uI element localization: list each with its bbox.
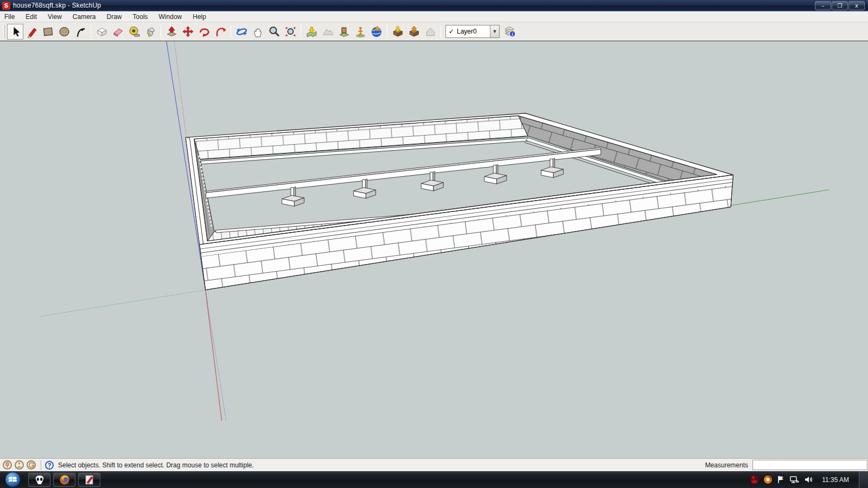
circle-icon (58, 25, 71, 38)
paint-bucket-icon (144, 25, 157, 38)
eraser-tool-button[interactable] (110, 24, 126, 40)
menu-file[interactable]: File (0, 12, 20, 22)
component-box-icon (95, 25, 108, 38)
sketchup-app-icon: S (2, 2, 10, 10)
terrain-icon (321, 25, 335, 38)
chevron-down-icon[interactable]: ▼ (490, 25, 499, 37)
geolocation-icon[interactable] (3, 460, 12, 470)
photo-textures-button[interactable] (336, 24, 352, 40)
start-button[interactable] (5, 472, 21, 487)
layer-manager-button[interactable]: i (502, 24, 518, 40)
measurements-input[interactable] (752, 460, 867, 470)
media-player-icon (34, 474, 46, 486)
close-button[interactable]: x (848, 1, 865, 10)
paint-bucket-tool-button[interactable] (142, 24, 158, 40)
taskbar-app-media-player[interactable] (28, 473, 50, 487)
layer-dropdown[interactable]: ✓ Layer0 ▼ (445, 25, 500, 38)
pan-hand-icon (251, 25, 265, 38)
taskbar: 11:35 AM (0, 471, 868, 488)
taskbar-app-sketchup[interactable] (78, 473, 100, 487)
menu-help[interactable]: Help (187, 12, 212, 22)
windows-flag-icon (8, 475, 17, 484)
pencil-icon (25, 25, 39, 38)
google-earth-globe-icon (370, 25, 384, 38)
status-bar: ? Select objects. Shift to extend select… (0, 458, 868, 471)
menu-tools[interactable]: Tools (127, 12, 154, 22)
person-icon[interactable] (15, 460, 24, 470)
add-location-button[interactable] (303, 24, 320, 40)
get-models-button[interactable] (390, 24, 406, 40)
warehouse-upload-icon (407, 25, 421, 38)
rotate-icon (197, 25, 211, 38)
modeling-viewport[interactable] (0, 41, 868, 458)
warehouse-download-icon (391, 25, 405, 38)
status-message: Select objects. Shift to extend select. … (58, 461, 705, 469)
orbit-tool-button[interactable] (233, 24, 250, 40)
layer-visible-checkmark: ✓ (446, 28, 457, 35)
share-model-button[interactable] (406, 24, 422, 40)
push-pull-icon (165, 25, 178, 38)
menu-edit[interactable]: Edit (20, 12, 42, 22)
rectangle-tool-button[interactable] (40, 24, 56, 40)
tape-measure-icon (127, 25, 141, 38)
share-component-button[interactable] (422, 24, 438, 40)
show-desktop-button[interactable] (859, 471, 868, 488)
add-location-icon (305, 25, 318, 38)
taskbar-clock[interactable]: 11:35 AM (822, 476, 849, 484)
toolbar-grip[interactable] (3, 25, 5, 38)
zoom-icon (267, 25, 281, 38)
red-app-icon[interactable] (750, 475, 759, 484)
layers-icon: i (503, 24, 517, 38)
orange-app-icon[interactable] (763, 475, 773, 484)
system-tray: 11:35 AM (750, 471, 868, 488)
sketchup-doc-icon (84, 474, 95, 486)
help-icon[interactable]: ? (45, 461, 54, 470)
action-center-flag-icon[interactable] (777, 475, 785, 484)
follow-me-tool-button[interactable] (212, 24, 228, 40)
minimize-button[interactable]: – (815, 1, 831, 10)
menu-bar: File Edit View Camera Draw Tools Window … (0, 11, 868, 22)
menu-window[interactable]: Window (154, 12, 188, 22)
restore-button[interactable]: ❐ (832, 1, 848, 10)
tape-measure-tool-button[interactable] (126, 24, 142, 40)
zoom-extents-button[interactable] (282, 24, 298, 40)
window-title: house768sqft.skp - SketchUp (13, 2, 101, 9)
make-component-button[interactable] (93, 24, 110, 40)
figure-icon (354, 25, 367, 38)
menu-draw[interactable]: Draw (101, 12, 127, 22)
circle-tool-button[interactable] (56, 24, 72, 40)
volume-icon[interactable] (804, 475, 814, 484)
model-figure-button[interactable] (352, 24, 368, 40)
building-icon (337, 25, 351, 38)
rotate-tool-button[interactable] (196, 24, 212, 40)
zoom-extents-icon (284, 25, 297, 38)
title-bar: S house768sqft.skp - SketchUp – ❐ x (0, 0, 868, 11)
select-tool-button[interactable] (7, 24, 23, 40)
measurements-label: Measurements (705, 461, 748, 469)
line-tool-button[interactable] (23, 24, 40, 40)
orbit-icon (235, 25, 248, 38)
follow-me-icon (214, 25, 227, 38)
toggle-terrain-button[interactable] (320, 24, 336, 40)
zoom-tool-button[interactable] (266, 24, 282, 40)
arc-icon (74, 25, 87, 38)
taskbar-app-firefox[interactable] (53, 473, 75, 487)
google-icon[interactable] (27, 460, 36, 470)
sketchup-window: S house768sqft.skp - SketchUp – ❐ x File… (0, 0, 868, 488)
arc-tool-button[interactable] (72, 24, 88, 40)
move-tool-button[interactable] (180, 24, 196, 40)
viewport-canvas[interactable] (0, 41, 868, 458)
select-arrow-icon (14, 27, 20, 37)
house-icon (424, 25, 437, 38)
layer-dropdown-value: Layer0 (457, 28, 490, 35)
menu-camera[interactable]: Camera (67, 12, 101, 22)
eraser-icon (111, 25, 125, 38)
pan-tool-button[interactable] (250, 24, 266, 40)
menu-view[interactable]: View (42, 12, 67, 22)
move-icon (181, 25, 195, 38)
firefox-icon (59, 474, 71, 486)
preview-google-earth-button[interactable] (368, 24, 385, 40)
network-icon[interactable] (789, 475, 800, 484)
push-pull-tool-button[interactable] (163, 24, 180, 40)
toolbar: ✓ Layer0 ▼ i (0, 22, 868, 41)
